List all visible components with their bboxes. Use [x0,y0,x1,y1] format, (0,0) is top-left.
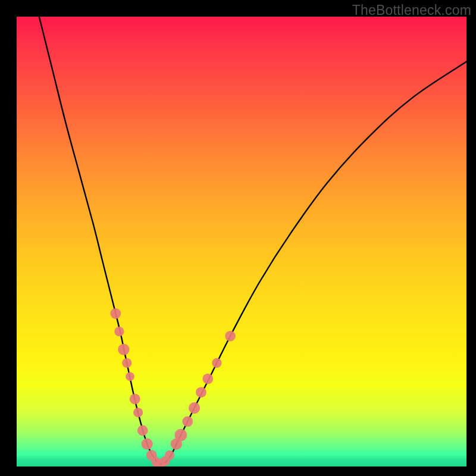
curve-markers [110,308,236,466]
marker-dot [165,450,174,460]
marker-dot [133,408,143,417]
bottleneck-curve [39,17,466,464]
plot-area [17,17,466,466]
marker-dot [225,331,236,342]
marker-dot [142,439,153,450]
marker-dot [137,425,148,436]
chart-frame: TheBottleneck.com [0,0,476,476]
curve-layer [17,17,466,466]
marker-dot [110,308,121,319]
marker-dot [126,372,134,381]
marker-dot [122,358,131,368]
marker-dot [212,358,221,368]
marker-dot [114,327,124,336]
marker-dot [202,374,213,384]
marker-dot [189,402,200,414]
watermark-text: TheBottleneck.com [352,2,471,18]
marker-dot [118,344,129,355]
marker-dot [175,429,187,441]
marker-dot [182,416,193,427]
marker-dot [196,387,206,397]
marker-dot [130,394,140,405]
